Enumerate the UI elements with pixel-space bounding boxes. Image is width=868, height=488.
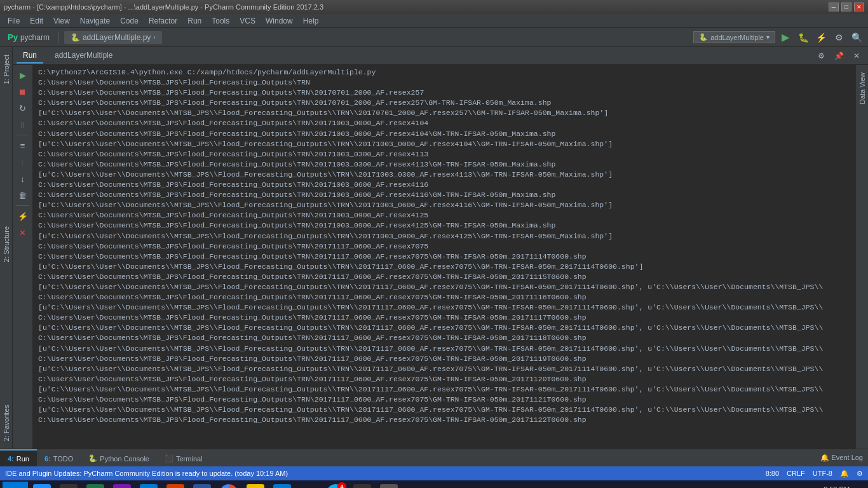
output-line: C:\Users\User\Documents\MTSB_JPS\Flood_F… xyxy=(38,252,850,262)
run-tab-run[interactable]: Run xyxy=(17,48,43,64)
output-line: C:\Users\User\Documents\MTSB_JPS\Flood_F… xyxy=(38,220,850,231)
taskbar-powerpoint[interactable]: P xyxy=(163,482,188,488)
tab-project[interactable]: 1: Project xyxy=(1,50,11,89)
run-body: ▶ ⏹ ↻ ⏸ ≡ ↑ ↓ 🗑 ⚡ ✕ C:\Python27\ArcGIS10… xyxy=(13,65,868,449)
line-ending: CRLF xyxy=(787,470,805,477)
taskbar-chrome[interactable] xyxy=(216,482,241,488)
tab-favorites[interactable]: 2: Favorites xyxy=(1,400,11,446)
status-bar: IDE and Plugin Updates: PyCharm Communit… xyxy=(0,466,868,480)
close-button[interactable]: ✕ xyxy=(854,3,864,11)
taskbar-excel[interactable]: X xyxy=(83,482,108,488)
menu-window[interactable]: Window xyxy=(261,15,298,27)
run-config[interactable]: 🐍 addLayerMultiple ▾ xyxy=(693,31,775,43)
taskbar-word[interactable]: W xyxy=(189,482,215,488)
chrome-icon xyxy=(220,484,238,488)
bottom-tab-terminal[interactable]: ⬛ Terminal xyxy=(157,449,210,466)
bottom-tab-python-console[interactable]: 🐍 Python Console xyxy=(81,449,157,466)
menu-navigate[interactable]: Navigate xyxy=(75,15,115,27)
minimize-button[interactable]: ─ xyxy=(829,3,839,11)
taskbar-paint[interactable]: 🎨 xyxy=(349,482,375,488)
vertical-tabs-left: 1: Project 2: Structure 2: Favorites xyxy=(0,47,13,449)
taskbar-media[interactable]: ▶ xyxy=(56,482,81,488)
messenger-badge: 4 xyxy=(337,482,346,488)
menu-view[interactable]: View xyxy=(48,15,75,27)
powerpoint-icon: P xyxy=(166,484,184,488)
rerun-button[interactable]: ▶ xyxy=(15,67,31,83)
run-pin-button[interactable]: 📌 xyxy=(831,48,846,64)
menu-refactor[interactable]: Refactor xyxy=(144,15,182,27)
taskbar-messenger[interactable]: M 4 xyxy=(323,482,348,488)
scroll-down-button[interactable]: ↓ xyxy=(15,171,31,186)
status-text: IDE and Plugin Updates: PyCharm Communit… xyxy=(5,470,288,477)
pycharm-icon: Py xyxy=(300,484,318,488)
media-icon: ▶ xyxy=(60,484,78,488)
output-line: C:\Users\User\Documents\MTSB_JPS\Flood_F… xyxy=(38,272,850,282)
run-tab-label: Run xyxy=(17,455,29,463)
taskbar-pycharm[interactable]: Py xyxy=(296,482,322,488)
taskbar-outlook[interactable]: O xyxy=(269,482,295,488)
output-line: C:\Users\User\Documents\MTSB_JPS\Flood_F… xyxy=(38,210,850,220)
menu-edit[interactable]: Edit xyxy=(25,15,48,27)
clear-button[interactable]: 🗑 xyxy=(15,187,31,203)
run-button[interactable]: ▶ xyxy=(778,30,793,45)
menu-tools[interactable]: Tools xyxy=(207,15,234,27)
run-tab-file[interactable]: addLayerMultiple xyxy=(48,48,119,64)
output-line: [u'C:\\Users\\User\\Documents\\MTSB_JPS\… xyxy=(38,108,850,118)
menu-vcs[interactable]: VCS xyxy=(234,15,261,27)
event-log-label: Event Log xyxy=(831,454,863,461)
menu-file[interactable]: File xyxy=(3,15,25,27)
run-action-bar: ▶ ⏹ ↻ ⏸ ≡ ↑ ↓ 🗑 ⚡ ✕ xyxy=(13,65,33,449)
settings-button[interactable]: ⚙ xyxy=(831,30,846,45)
bottom-tab-run[interactable]: 4: Run xyxy=(0,449,37,466)
stop-button[interactable]: ⏹ xyxy=(15,84,31,99)
data-view-tab[interactable]: Data View xyxy=(857,67,867,109)
run-panel-header: Run addLayerMultiple ⚙ 📌 ✕ xyxy=(13,47,868,65)
menu-run[interactable]: Run xyxy=(182,15,207,27)
menu-code[interactable]: Code xyxy=(115,15,144,27)
debug-button[interactable]: 🐛 xyxy=(796,30,811,45)
bottom-tabs: 4: Run 6: TODO 🐍 Python Console ⬛ Termin… xyxy=(0,449,868,466)
right-sidebar: Data View xyxy=(855,65,868,449)
output-line: C:\Users\User\Documents\MTSB_JPS\Flood_F… xyxy=(38,88,850,98)
run-panel: Run addLayerMultiple ⚙ 📌 ✕ ▶ ⏹ ↻ ⏸ ≡ ↑ ↓… xyxy=(13,47,868,449)
output-line: C:\Users\User\Documents\MTSB_JPS\Flood_F… xyxy=(38,180,850,190)
output-line: [u'C:\\Users\\User\\Documents\\MTSB_JPS\… xyxy=(38,262,850,272)
refresh-button[interactable]: ↻ xyxy=(15,100,31,116)
menu-help[interactable]: Help xyxy=(298,15,324,27)
event-log-tab[interactable]: 🔔 Event Log xyxy=(815,454,868,462)
terminal-icon: ⬛ xyxy=(165,454,173,463)
output-line: C:\Users\User\Documents\MTSB_JPS\Flood_F… xyxy=(38,415,850,425)
run-settings-button[interactable]: ⚙ xyxy=(813,48,829,64)
scroll-up-button[interactable]: ↑ xyxy=(15,154,31,170)
maximize-button[interactable]: □ xyxy=(841,3,851,11)
menu-button[interactable]: ≡ xyxy=(15,138,31,153)
regex-button[interactable]: ⚡ xyxy=(15,208,31,224)
pause-button[interactable]: ⏸ xyxy=(15,117,31,132)
file-tab[interactable]: 🐍 addLayerMultiple.py › xyxy=(64,31,162,44)
word-icon: W xyxy=(193,484,211,488)
output-line: [u'C:\\Users\\User\\Documents\\MTSB_JPS\… xyxy=(38,170,850,180)
close-run-button[interactable]: ✕ xyxy=(15,225,31,240)
taskbar-onenote[interactable]: N xyxy=(109,482,135,488)
cursor-position: 8:80 xyxy=(766,470,779,477)
taskbar-right: 🔔 ⌨ 2:59 PM 21/11/2017 ? xyxy=(772,485,865,488)
toolbar: Py pycharm 🐍 addLayerMultiple.py › 🐍 add… xyxy=(0,28,868,47)
run-close-button[interactable]: ✕ xyxy=(849,48,864,64)
search-button[interactable]: 🔍 xyxy=(849,30,864,45)
output-line: C:\Users\User\Documents\MTSB_JPS\Flood_F… xyxy=(38,374,850,384)
taskbar-files[interactable]: 📁 xyxy=(243,482,268,488)
title-bar: pycharm - [C:\xampp\htdocs\pycharm] - ..… xyxy=(0,0,868,14)
taskbar-ie[interactable]: e xyxy=(29,482,55,488)
tab-structure[interactable]: 2: Structure xyxy=(1,221,11,268)
output-area[interactable]: C:\Python27\ArcGIS10.4\python.exe C:/xam… xyxy=(33,65,855,449)
status-right: 8:80 CRLF UTF-8 🔔 ⚙ xyxy=(766,470,863,478)
bottom-tab-todo[interactable]: 6: TODO xyxy=(37,449,81,466)
coverage-button[interactable]: ⚡ xyxy=(813,30,829,45)
taskbar-network[interactable]: ⊞ xyxy=(376,482,402,488)
output-line: C:\Users\User\Documents\MTSB_JPS\Flood_F… xyxy=(38,333,850,343)
taskbar-outlook-cal[interactable]: C xyxy=(136,482,161,488)
start-button[interactable]: ⊞ xyxy=(3,482,28,488)
python-console-label: Python Console xyxy=(100,455,149,463)
ie-icon: e xyxy=(33,484,51,488)
output-line: C:\Users\User\Documents\MTSB_JPS\Flood_F… xyxy=(38,149,850,159)
